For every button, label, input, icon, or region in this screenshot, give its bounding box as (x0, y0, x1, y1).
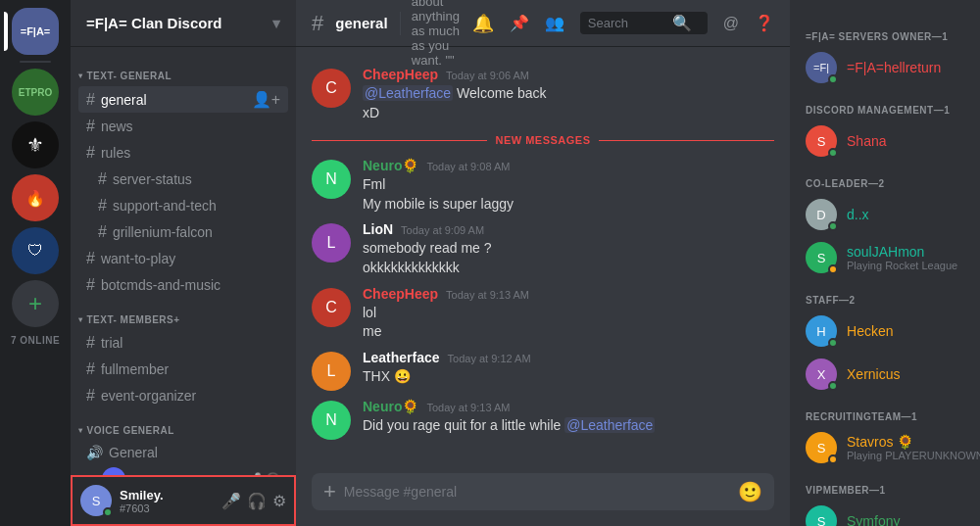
avatar: S (80, 485, 112, 516)
category-text-members[interactable]: ▾ TEXT- MEMBERS+ (71, 299, 296, 329)
message-content: Leatherface Today at 9:12 AM THX 😀 (363, 350, 774, 387)
member-avatar: =F| (806, 52, 837, 83)
member-name: soulJAHmon (847, 244, 980, 260)
message-content: Neuro🌻 Today at 9:08 AM FmlMy mobile is … (363, 158, 774, 214)
status-online (828, 74, 838, 84)
channel-rules[interactable]: # rules (78, 140, 288, 166)
message-input[interactable] (344, 473, 730, 510)
message-username: Leatherface (363, 350, 440, 365)
category-voice-general[interactable]: ▾ VOICE GENERAL (71, 409, 296, 440)
channel-event-organizer[interactable]: # event-organizer (78, 383, 288, 408)
member-info: soulJAHmon Playing Rocket League (847, 244, 980, 271)
member-info: Symfony (847, 513, 980, 526)
server-header[interactable]: =F|A= Clan Discord ▾ (71, 0, 296, 47)
channel-botcmds[interactable]: # botcmds-and-music (78, 272, 288, 298)
member-info: Stavros 🌻 Playing PLAYERUNKNOWN... (847, 434, 980, 461)
microphone-icon[interactable]: 🎤 (221, 492, 241, 510)
channel-trial[interactable]: # trial (78, 330, 288, 356)
message-4: C CheepHeep Today at 9:13 AM lolme (296, 282, 790, 346)
message-header: Leatherface Today at 9:12 AM (363, 350, 774, 365)
messages-area: C CheepHeep Today at 9:06 AM @Leatherfac… (296, 47, 790, 473)
chat-input-box: + 🙂 (312, 473, 774, 510)
message-header: CheepHeep Today at 9:13 AM (363, 286, 774, 302)
message-text: somebody read me ?okkkkkkkkkkkkk (363, 239, 774, 277)
member-hecken[interactable]: H Hecken (798, 310, 980, 353)
voice-user-avatar: F (102, 467, 125, 475)
message-timestamp: Today at 9:13 AM (446, 289, 529, 301)
channel-fullmember[interactable]: # fullmember (78, 357, 288, 382)
member-dx[interactable]: D d..x (798, 193, 980, 236)
arrow-icon: ▾ (78, 72, 83, 80)
message-username: CheepHeep (363, 286, 438, 302)
user-tag: #7603 (120, 502, 214, 514)
member-souljahmon[interactable]: S soulJAHmon Playing Rocket League (798, 236, 980, 279)
server-icon-etpro[interactable]: ETPRO (12, 69, 59, 116)
message-content: CheepHeep Today at 9:06 AM @Leatherface … (363, 67, 774, 122)
server-name: =F|A= Clan Discord (86, 15, 221, 31)
members-icon[interactable]: 👥 (545, 14, 564, 32)
search-input[interactable] (588, 16, 666, 30)
hash-icon: # (86, 250, 95, 267)
message-5: L Leatherface Today at 9:12 AM THX 😀 (296, 346, 790, 395)
member-category-owner: =F|A= SERVERS OWNER—1 (798, 16, 980, 46)
status-playing (828, 454, 838, 464)
message-content: Neuro🌻 Today at 9:13 AM Did you rage qui… (363, 399, 774, 436)
server-icon-red[interactable]: 🔥 (12, 174, 59, 221)
channel-grillenium[interactable]: # grillenium-falcon (78, 219, 288, 245)
user-info: Smiley. #7603 (120, 488, 214, 514)
emoji-button[interactable]: 🙂 (738, 480, 762, 503)
username: Smiley. (120, 488, 214, 502)
member-hellreturn[interactable]: =F| =F|A=hellreturn (798, 46, 980, 89)
member-avatar: S (806, 505, 837, 526)
member-category-staff: STAFF—2 (798, 279, 980, 310)
message-header: LioN Today at 9:09 AM (363, 221, 774, 237)
add-server-button[interactable]: + (12, 280, 59, 327)
message-username: Neuro🌻 (363, 158, 418, 173)
notification-bell-icon[interactable]: 🔔 (472, 13, 494, 34)
settings-icon[interactable]: ⚙ (272, 492, 286, 510)
member-stavros[interactable]: S Stavros 🌻 Playing PLAYERUNKNOWN... (798, 426, 980, 469)
message-text: Did you rage quit for a little while @Le… (363, 416, 774, 436)
member-category-vip: VIPMEMBER—1 (798, 469, 980, 500)
channel-news[interactable]: # news (78, 114, 288, 139)
message-avatar: N (312, 401, 351, 440)
channel-want-to-play[interactable]: # want-to-play (78, 246, 288, 271)
message-timestamp: Today at 9:08 AM (426, 161, 510, 172)
member-info: d..x (847, 207, 980, 222)
message-6: N Neuro🌻 Today at 9:13 AM Did you rage q… (296, 395, 790, 444)
chat-input-area: + 🙂 (296, 473, 790, 526)
search-icon: 🔍 (672, 14, 692, 32)
member-avatar: S (806, 125, 837, 157)
category-text-general[interactable]: ▾ TEXT- GENERAL (71, 55, 296, 85)
member-name: Symfony (847, 513, 980, 526)
channel-support[interactable]: # support-and-tech (78, 193, 288, 218)
hash-icon: # (86, 334, 95, 352)
channel-server-status[interactable]: # server-status (78, 167, 288, 192)
message-username: CheepHeep (363, 67, 438, 82)
message-avatar: L (312, 352, 351, 391)
hash-icon: # (86, 118, 95, 135)
server-icon-fja[interactable]: =F|A= (12, 8, 59, 55)
server-divider (20, 61, 51, 63)
message-avatar: N (312, 160, 351, 199)
hash-icon: # (86, 91, 95, 109)
member-xernicus[interactable]: X Xernicus (798, 353, 980, 396)
member-shana[interactable]: S Shana (798, 120, 980, 163)
add-member-icon[interactable]: 👤+ (252, 90, 280, 109)
status-dot (103, 507, 113, 517)
help-icon[interactable]: ❓ (755, 14, 774, 32)
voice-channel-general[interactable]: 🔊 General (78, 441, 288, 464)
channel-general[interactable]: # general 👤+ (78, 86, 288, 113)
attach-button[interactable]: + (323, 479, 336, 504)
member-symfony[interactable]: S Symfony (798, 500, 980, 526)
server-icon-wu[interactable]: ⚜ (12, 121, 59, 168)
new-messages-divider: NEW MESSAGES (296, 126, 790, 154)
pin-icon[interactable]: 📌 (510, 14, 529, 32)
channels-list: ▾ TEXT- GENERAL # general 👤+ # news # ru… (71, 47, 296, 475)
member-avatar: X (806, 359, 837, 390)
search-box[interactable]: 🔍 (580, 12, 708, 34)
headset-icon[interactable]: 🎧 (247, 492, 267, 510)
at-icon[interactable]: @ (723, 15, 739, 32)
server-icon-blue[interactable]: 🛡 (12, 227, 59, 274)
new-messages-label: NEW MESSAGES (495, 134, 590, 146)
